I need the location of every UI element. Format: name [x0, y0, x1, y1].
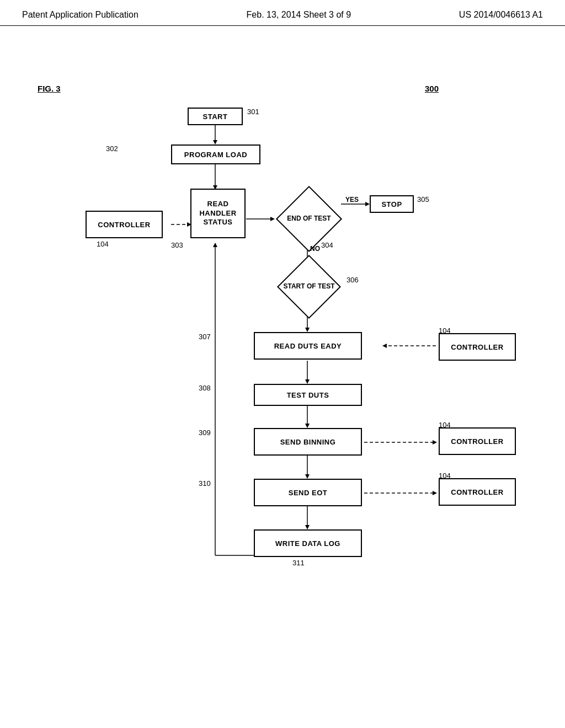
diagram-container: FIG. 3 300	[0, 26, 565, 704]
send-eot-box: SEND EOT	[254, 479, 362, 506]
header-right: US 2014/0046613 A1	[459, 10, 543, 20]
no-label: NO	[310, 245, 320, 253]
svg-marker-25	[433, 491, 437, 495]
yes-label: YES	[345, 196, 359, 204]
test-duts-ref: 308	[199, 384, 211, 392]
read-handler-ref: 303	[171, 241, 183, 249]
read-duts-ref: 307	[199, 333, 211, 341]
header: Patent Application Publication Feb. 13, …	[0, 0, 565, 26]
svg-marker-13	[305, 328, 310, 332]
end-of-test-diamond: END OF TEST	[273, 189, 345, 249]
send-binning-box: SEND BINNING	[254, 428, 362, 456]
controller-c3-ref: 104	[439, 421, 451, 429]
header-left: Patent Application Publication	[22, 10, 138, 20]
read-handler-box: READ HANDLER STATUS	[190, 189, 246, 238]
start-of-test-ref: 306	[347, 276, 359, 284]
end-of-test-ref: 304	[321, 241, 333, 249]
arrows-svg	[0, 26, 565, 704]
stop-box: STOP	[370, 195, 414, 213]
program-load-box: PROGRAM LOAD	[171, 144, 260, 164]
start-box: START	[188, 108, 243, 125]
send-binning-ref: 309	[199, 429, 211, 437]
svg-marker-15	[382, 344, 387, 348]
test-duts-box: TEST DUTS	[254, 384, 362, 406]
controller-c1-box: CONTROLLER	[86, 211, 163, 238]
figure-number: 300	[425, 84, 439, 93]
program-load-ref: 302	[106, 144, 118, 153]
send-eot-ref: 310	[199, 479, 211, 488]
start-of-test-diamond: START OF TEST	[273, 262, 345, 312]
figure-label: FIG. 3	[38, 84, 61, 93]
stop-ref: 305	[417, 195, 429, 204]
read-duts-box: READ DUTS EADY	[254, 332, 362, 360]
controller-c3-box: CONTROLLER	[439, 427, 516, 455]
page: Patent Application Publication Feb. 13, …	[0, 0, 565, 728]
svg-marker-19	[305, 424, 310, 428]
svg-marker-17	[305, 379, 310, 384]
controller-c4-box: CONTROLLER	[439, 478, 516, 506]
svg-marker-23	[305, 474, 310, 479]
controller-c2-box: CONTROLLER	[439, 333, 516, 361]
svg-marker-30	[213, 243, 217, 247]
svg-marker-27	[305, 525, 310, 529]
svg-marker-1	[213, 140, 217, 144]
controller-c2-ref: 104	[439, 326, 451, 335]
write-data-log-ref: 311	[292, 559, 305, 567]
header-center: Feb. 13, 2014 Sheet 3 of 9	[247, 10, 351, 20]
svg-marker-9	[365, 202, 370, 206]
svg-marker-21	[433, 440, 437, 445]
controller-c1-ref: 104	[97, 240, 109, 248]
start-ref: 301	[247, 108, 259, 116]
write-data-log-box: WRITE DATA LOG	[254, 529, 362, 557]
controller-c4-ref: 104	[439, 472, 451, 480]
